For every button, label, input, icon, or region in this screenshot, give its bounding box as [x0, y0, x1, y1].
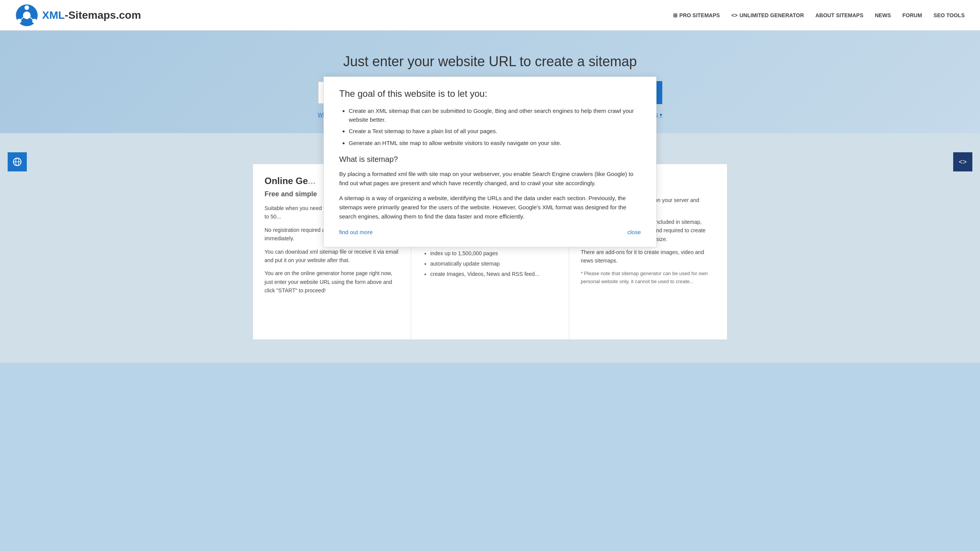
popup-bullet-2: Create a Text sitemap to have a plain li…: [349, 127, 641, 136]
popup-para-2: A sitemap is a way of organizing a websi…: [339, 194, 641, 221]
popup-para-1: By placing a formatted xml file with sit…: [339, 170, 641, 188]
left-side-button[interactable]: [8, 152, 27, 171]
right-side-button[interactable]: <>: [953, 152, 972, 171]
popup-close-button[interactable]: close: [627, 229, 641, 235]
card-1-desc3: You can download xml sitemap file or rec…: [265, 248, 399, 265]
logo-text: XML-Sitemaps.com: [42, 9, 141, 21]
grid-icon: ⊞: [673, 12, 678, 18]
popup-heading: The goal of this website is to let you:: [339, 88, 641, 99]
nav-news[interactable]: NEWS: [875, 12, 891, 18]
popup-bullets: Create an XML sitemap that can be submit…: [339, 107, 641, 147]
popup-footer: find out more close: [339, 229, 641, 235]
card-1-desc4: You are on the online generator home pag…: [265, 269, 399, 295]
popup-bullet-1: Create an XML sitemap that can be submit…: [349, 107, 641, 124]
card-3-desc3: There are add-ons for it to create image…: [581, 248, 715, 265]
main-nav: ⊞ PRO SITEMAPS <> UNLIMITED GENERATOR AB…: [673, 12, 965, 18]
nav-seo-tools[interactable]: SEO TOOLS: [934, 12, 965, 18]
nav-unlimited-generator[interactable]: <> UNLIMITED GENERATOR: [731, 12, 804, 18]
hero-title: Just enter your website URL to create a …: [8, 54, 972, 70]
card-2-bullet-3: automatically update sitemap: [430, 260, 557, 268]
svg-point-2: [24, 5, 29, 10]
card-2-bullet-2: index up to 1,500,000 pages: [430, 249, 557, 258]
info-popup: The goal of this website is to let you: …: [323, 77, 657, 247]
popup-bullet-3: Generate an HTML site map to allow websi…: [349, 139, 641, 148]
nav-about-sitemaps[interactable]: ABOUT SITEMAPS: [815, 12, 863, 18]
nav-forum[interactable]: FORUM: [902, 12, 922, 18]
code-brackets-icon: <>: [959, 158, 967, 166]
what-is-sitemap-heading: What is sitemap?: [339, 155, 641, 164]
chevron-down-icon-2: ▾: [660, 112, 662, 118]
site-header: XML-Sitemaps.com ⊞ PRO SITEMAPS <> UNLIM…: [0, 0, 980, 31]
code-icon: <>: [731, 12, 737, 18]
find-out-more-link[interactable]: find out more: [339, 229, 373, 235]
card-3-desc4: * Please note that sitemap generator can…: [581, 270, 715, 286]
card-2-bullets-2: index up to 1,500,000 pages automaticall…: [423, 249, 557, 278]
card-2-bullet-4: create Images, Videos, News and RSS feed…: [430, 270, 557, 278]
nav-pro-sitemaps[interactable]: ⊞ PRO SITEMAPS: [673, 12, 720, 18]
globe-icon: [13, 157, 22, 166]
logo[interactable]: XML-Sitemaps.com: [15, 4, 141, 27]
logo-icon: [15, 4, 38, 27]
